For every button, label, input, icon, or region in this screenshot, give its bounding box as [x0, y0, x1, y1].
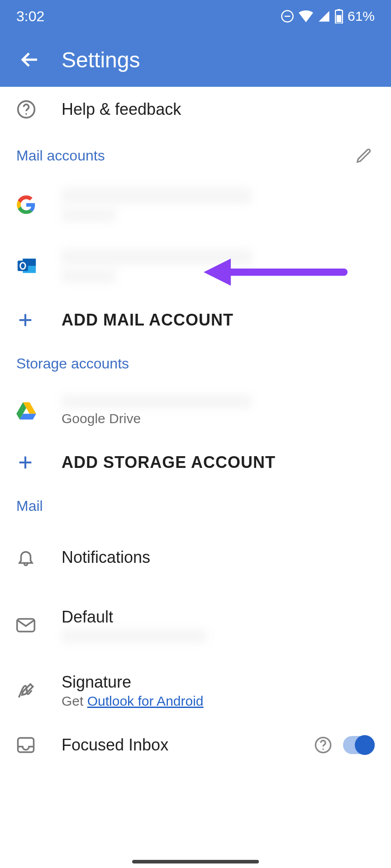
section-mail-label: Mail [16, 498, 43, 514]
pencil-icon [355, 147, 372, 164]
status-icons: 61% [281, 9, 375, 24]
back-button[interactable] [16, 46, 43, 73]
outlook-logo-icon [16, 255, 37, 276]
add-mail-account-label: ADD MAIL ACCOUNT [62, 311, 375, 330]
home-indicator [132, 860, 259, 863]
redacted-text [62, 269, 116, 283]
mail-icon [16, 618, 35, 633]
redacted-text [62, 629, 206, 643]
battery-icon [335, 9, 343, 24]
help-circle-icon [16, 99, 36, 119]
outlook-android-link[interactable]: Outlook for Android [87, 693, 204, 708]
signature-row[interactable]: Signature Get Outlook for Android [0, 659, 391, 722]
arrow-left-icon [19, 49, 41, 71]
redacted-text [62, 249, 252, 264]
focused-inbox-label: Focused Inbox [62, 736, 314, 755]
section-mail-accounts: Mail accounts [0, 132, 391, 175]
svg-rect-3 [338, 9, 340, 11]
section-storage-accounts-label: Storage accounts [16, 355, 129, 372]
redacted-text [62, 188, 252, 203]
notifications-label: Notifications [62, 548, 375, 567]
mail-account-google[interactable] [0, 175, 391, 234]
redacted-text [62, 208, 116, 222]
inbox-icon [16, 736, 35, 755]
status-time: 3:02 [16, 8, 44, 25]
google-logo-icon [16, 195, 36, 215]
section-mail: Mail [0, 485, 391, 524]
section-storage-accounts: Storage accounts [0, 343, 391, 381]
default-row[interactable]: Default [0, 591, 391, 659]
notifications-row[interactable]: Notifications [0, 524, 391, 591]
dnd-icon [281, 9, 294, 23]
focused-inbox-row[interactable]: Focused Inbox [0, 722, 391, 768]
status-bar: 3:02 61% [0, 0, 391, 33]
signature-label: Signature [62, 673, 375, 692]
signature-icon [16, 681, 36, 701]
battery-percent: 61% [348, 9, 375, 24]
gdrive-subtitle: Google Drive [62, 411, 375, 426]
help-feedback-row[interactable]: Help & feedback [0, 87, 391, 132]
plus-icon [16, 453, 34, 472]
signature-prefix: Get [62, 693, 87, 708]
help-circle-icon [314, 736, 332, 754]
storage-account-gdrive[interactable]: Google Drive [0, 381, 391, 440]
bell-icon [16, 548, 35, 567]
help-feedback-label: Help & feedback [62, 100, 375, 119]
signature-subtitle: Get Outlook for Android [62, 693, 375, 709]
add-mail-account-button[interactable]: ADD MAIL ACCOUNT [0, 297, 391, 343]
focused-inbox-toggle[interactable] [343, 736, 375, 754]
page-title: Settings [62, 47, 140, 72]
mail-account-outlook[interactable] [0, 234, 391, 297]
svg-point-19 [322, 749, 324, 750]
focused-inbox-help[interactable] [314, 736, 332, 754]
add-storage-account-button[interactable]: ADD STORAGE ACCOUNT [0, 440, 391, 485]
default-label: Default [62, 608, 375, 627]
plus-icon [16, 311, 34, 329]
google-drive-icon [16, 401, 36, 420]
cell-signal-icon [318, 10, 330, 23]
edit-accounts-button[interactable] [353, 145, 375, 166]
svg-rect-4 [337, 15, 342, 22]
redacted-text [62, 395, 252, 408]
add-storage-account-label: ADD STORAGE ACCOUNT [62, 453, 375, 472]
svg-point-7 [25, 113, 27, 115]
section-mail-accounts-label: Mail accounts [16, 147, 105, 164]
wifi-icon [299, 9, 313, 23]
